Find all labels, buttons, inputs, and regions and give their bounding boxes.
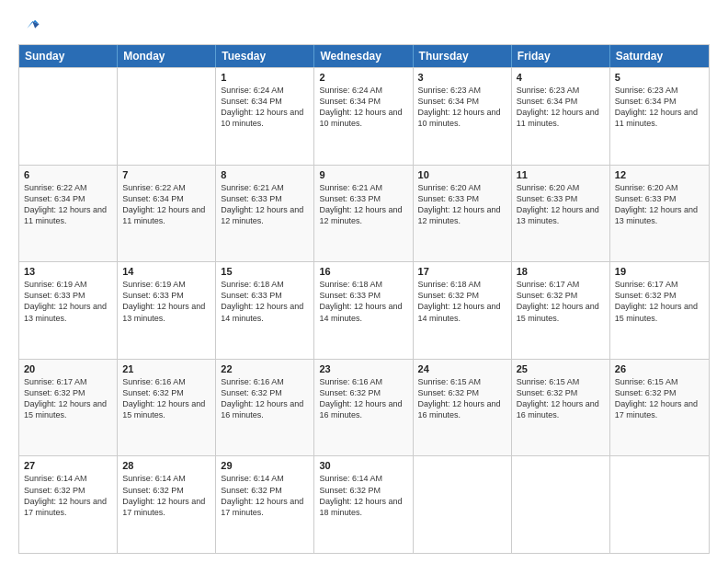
calendar-row: 1Sunrise: 6:24 AM Sunset: 6:34 PM Daylig… [19,67,709,165]
cell-info: Sunrise: 6:18 AM Sunset: 6:33 PM Dayligh… [221,279,309,324]
calendar-cell: 27Sunrise: 6:14 AM Sunset: 6:32 PM Dayli… [19,456,118,553]
cell-info: Sunrise: 6:21 AM Sunset: 6:33 PM Dayligh… [319,182,407,227]
logo-bird-icon [20,15,40,35]
calendar: SundayMondayTuesdayWednesdayThursdayFrid… [18,44,710,554]
cell-info: Sunrise: 6:18 AM Sunset: 6:32 PM Dayligh… [418,279,506,324]
cell-day-number: 18 [517,266,605,277]
calendar-row: 6Sunrise: 6:22 AM Sunset: 6:34 PM Daylig… [19,165,709,262]
cell-day-number: 19 [615,266,704,277]
cell-day-number: 6 [24,169,112,180]
calendar-cell: 12Sunrise: 6:20 AM Sunset: 6:33 PM Dayli… [610,166,709,262]
cell-day-number: 24 [418,363,506,374]
calendar-cell: 10Sunrise: 6:20 AM Sunset: 6:33 PM Dayli… [414,166,512,262]
cell-info: Sunrise: 6:20 AM Sunset: 6:33 PM Dayligh… [615,182,704,227]
calendar-header-cell: Thursday [414,45,512,67]
calendar-cell: 25Sunrise: 6:15 AM Sunset: 6:32 PM Dayli… [512,360,610,456]
calendar-cell: 16Sunrise: 6:18 AM Sunset: 6:33 PM Dayli… [314,262,413,359]
cell-day-number: 20 [24,363,112,374]
cell-info: Sunrise: 6:22 AM Sunset: 6:34 PM Dayligh… [122,182,210,227]
calendar-cell: 13Sunrise: 6:19 AM Sunset: 6:33 PM Dayli… [19,262,118,359]
calendar-cell: 11Sunrise: 6:20 AM Sunset: 6:33 PM Dayli… [512,166,610,262]
calendar-cell: 21Sunrise: 6:16 AM Sunset: 6:32 PM Dayli… [118,360,216,456]
calendar-cell: 2Sunrise: 6:24 AM Sunset: 6:34 PM Daylig… [314,68,413,165]
cell-info: Sunrise: 6:18 AM Sunset: 6:33 PM Dayligh… [319,279,407,324]
cell-day-number: 27 [24,460,112,471]
cell-info: Sunrise: 6:22 AM Sunset: 6:34 PM Dayligh… [24,182,112,227]
cell-info: Sunrise: 6:21 AM Sunset: 6:33 PM Dayligh… [221,182,309,227]
cell-day-number: 16 [319,266,407,277]
calendar-cell [118,68,216,165]
cell-day-number: 1 [221,72,309,83]
calendar-cell: 30Sunrise: 6:14 AM Sunset: 6:32 PM Dayli… [314,456,413,553]
cell-info: Sunrise: 6:17 AM Sunset: 6:32 PM Dayligh… [517,279,605,324]
calendar-header-row: SundayMondayTuesdayWednesdayThursdayFrid… [19,45,709,67]
cell-day-number: 29 [221,460,309,471]
cell-day-number: 14 [122,266,210,277]
calendar-cell: 29Sunrise: 6:14 AM Sunset: 6:32 PM Dayli… [216,456,314,553]
calendar-cell: 28Sunrise: 6:14 AM Sunset: 6:32 PM Dayli… [118,456,216,553]
cell-info: Sunrise: 6:16 AM Sunset: 6:32 PM Dayligh… [122,376,210,421]
logo [18,15,40,35]
calendar-header-cell: Wednesday [314,45,413,67]
cell-day-number: 22 [221,363,309,374]
cell-day-number: 13 [24,266,112,277]
cell-day-number: 8 [221,169,309,180]
calendar-cell: 20Sunrise: 6:17 AM Sunset: 6:32 PM Dayli… [19,360,118,456]
calendar-header-cell: Friday [512,45,610,67]
calendar-cell [512,456,610,553]
cell-day-number: 10 [418,169,506,180]
calendar-cell: 22Sunrise: 6:16 AM Sunset: 6:32 PM Dayli… [216,360,314,456]
cell-day-number: 28 [122,460,210,471]
calendar-cell: 4Sunrise: 6:23 AM Sunset: 6:34 PM Daylig… [512,68,610,165]
calendar-row: 20Sunrise: 6:17 AM Sunset: 6:32 PM Dayli… [19,359,709,456]
cell-info: Sunrise: 6:16 AM Sunset: 6:32 PM Dayligh… [221,376,309,421]
cell-info: Sunrise: 6:14 AM Sunset: 6:32 PM Dayligh… [24,473,112,518]
calendar-cell: 9Sunrise: 6:21 AM Sunset: 6:33 PM Daylig… [314,166,413,262]
calendar-cell: 15Sunrise: 6:18 AM Sunset: 6:33 PM Dayli… [216,262,314,359]
cell-day-number: 17 [418,266,506,277]
cell-info: Sunrise: 6:15 AM Sunset: 6:32 PM Dayligh… [517,376,605,421]
calendar-row: 13Sunrise: 6:19 AM Sunset: 6:33 PM Dayli… [19,261,709,359]
cell-day-number: 7 [122,169,210,180]
calendar-header-cell: Saturday [610,45,709,67]
page: SundayMondayTuesdayWednesdayThursdayFrid… [0,0,728,563]
calendar-cell: 18Sunrise: 6:17 AM Sunset: 6:32 PM Dayli… [512,262,610,359]
cell-day-number: 12 [615,169,704,180]
calendar-cell: 5Sunrise: 6:23 AM Sunset: 6:34 PM Daylig… [610,68,709,165]
cell-info: Sunrise: 6:24 AM Sunset: 6:34 PM Dayligh… [319,85,407,130]
cell-info: Sunrise: 6:14 AM Sunset: 6:32 PM Dayligh… [319,473,407,518]
cell-info: Sunrise: 6:14 AM Sunset: 6:32 PM Dayligh… [122,473,210,518]
calendar-cell: 7Sunrise: 6:22 AM Sunset: 6:34 PM Daylig… [118,166,216,262]
calendar-cell [610,456,709,553]
cell-info: Sunrise: 6:23 AM Sunset: 6:34 PM Dayligh… [517,85,605,130]
cell-day-number: 15 [221,266,309,277]
header [18,15,710,35]
calendar-header-cell: Monday [118,45,216,67]
calendar-header-cell: Tuesday [216,45,314,67]
cell-day-number: 23 [319,363,407,374]
cell-day-number: 21 [122,363,210,374]
calendar-cell: 6Sunrise: 6:22 AM Sunset: 6:34 PM Daylig… [19,166,118,262]
calendar-cell: 19Sunrise: 6:17 AM Sunset: 6:32 PM Dayli… [610,262,709,359]
cell-info: Sunrise: 6:20 AM Sunset: 6:33 PM Dayligh… [517,182,605,227]
cell-info: Sunrise: 6:24 AM Sunset: 6:34 PM Dayligh… [221,85,309,130]
logo-text [18,15,40,35]
cell-day-number: 3 [418,72,506,83]
cell-info: Sunrise: 6:23 AM Sunset: 6:34 PM Dayligh… [418,85,506,130]
cell-info: Sunrise: 6:17 AM Sunset: 6:32 PM Dayligh… [615,279,704,324]
cell-info: Sunrise: 6:17 AM Sunset: 6:32 PM Dayligh… [24,376,112,421]
cell-info: Sunrise: 6:15 AM Sunset: 6:32 PM Dayligh… [418,376,506,421]
cell-day-number: 26 [615,363,704,374]
calendar-cell [19,68,118,165]
calendar-cell: 14Sunrise: 6:19 AM Sunset: 6:33 PM Dayli… [118,262,216,359]
calendar-cell: 24Sunrise: 6:15 AM Sunset: 6:32 PM Dayli… [414,360,512,456]
calendar-cell: 17Sunrise: 6:18 AM Sunset: 6:32 PM Dayli… [414,262,512,359]
calendar-cell: 3Sunrise: 6:23 AM Sunset: 6:34 PM Daylig… [414,68,512,165]
calendar-header-cell: Sunday [19,45,118,67]
cell-day-number: 9 [319,169,407,180]
cell-info: Sunrise: 6:23 AM Sunset: 6:34 PM Dayligh… [615,85,704,130]
cell-info: Sunrise: 6:19 AM Sunset: 6:33 PM Dayligh… [24,279,112,324]
cell-day-number: 30 [319,460,407,471]
calendar-body: 1Sunrise: 6:24 AM Sunset: 6:34 PM Daylig… [19,67,709,553]
calendar-cell: 23Sunrise: 6:16 AM Sunset: 6:32 PM Dayli… [314,360,413,456]
